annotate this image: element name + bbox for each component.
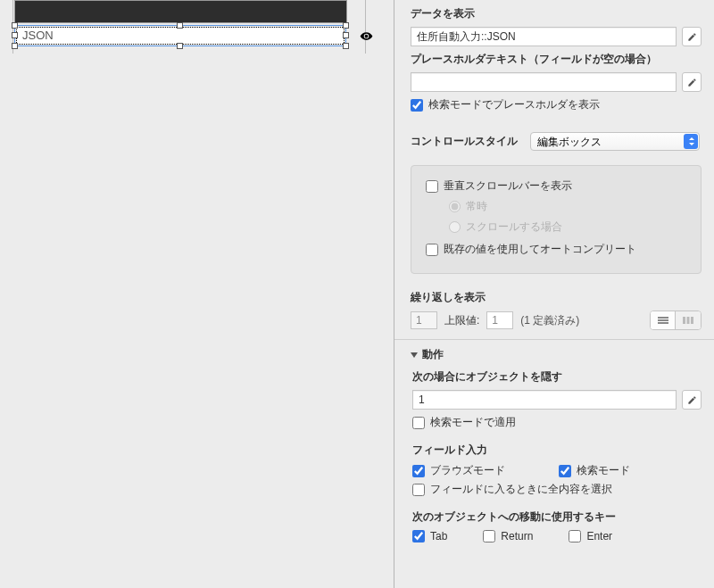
- repetition-defined-text: (1 定義済み): [520, 313, 579, 328]
- apply-find-mode-label: 検索モードで適用: [430, 415, 516, 430]
- scroll-autocomplete-panel: 垂直スクロールバーを表示 常時 スクロールする場合 既存の値を使用してオートコン…: [411, 165, 702, 274]
- scroll-when-scrolling-label: スクロールする場合: [466, 219, 562, 235]
- scroll-when-scrolling-radio: [449, 221, 461, 233]
- apply-find-mode-checkbox[interactable]: [412, 417, 425, 429]
- select-all-checkbox[interactable]: [412, 484, 425, 496]
- select-all-label: フィールドに入るときに全内容を選択: [430, 482, 612, 497]
- svg-rect-2: [658, 322, 668, 324]
- autocomplete-checkbox[interactable]: [426, 244, 438, 256]
- autocomplete-label: 既存の値を使用してオートコンプリート: [444, 242, 636, 257]
- svg-rect-0: [658, 317, 668, 319]
- svg-rect-3: [683, 317, 685, 324]
- next-object-key-label: 次のオブジェクトへの移動に使用するキー: [412, 509, 702, 525]
- hide-condition-input[interactable]: [412, 390, 677, 410]
- control-style-label: コントロールスタイル: [411, 134, 518, 149]
- show-placeholder-find-label: 検索モードでプレースホルダを表示: [428, 97, 600, 112]
- enter-key-checkbox[interactable]: [569, 530, 581, 542]
- repetition-label: 繰り返しを表示: [411, 290, 702, 305]
- orientation-vertical-icon[interactable]: [651, 311, 676, 329]
- control-style-select-wrap: 編集ボックス: [530, 132, 700, 151]
- edit-display-data-button[interactable]: [682, 27, 702, 46]
- vertical-scrollbar-label: 垂直スクロールバーを表示: [444, 178, 572, 194]
- disclosure-triangle-icon: [411, 352, 418, 358]
- field-label: JSON: [22, 29, 54, 42]
- edit-hide-condition-button[interactable]: [682, 390, 702, 410]
- display-data-input[interactable]: [411, 27, 677, 46]
- repetition-max-label: 上限値:: [444, 313, 479, 328]
- json-field[interactable]: JSON: [16, 27, 345, 45]
- browse-mode-label: ブラウズモード: [430, 463, 505, 478]
- svg-rect-1: [658, 319, 668, 321]
- behavior-section-header[interactable]: 動作: [411, 340, 702, 369]
- vertical-scrollbar-checkbox[interactable]: [426, 180, 438, 193]
- browse-mode-checkbox[interactable]: [412, 465, 425, 477]
- return-key-label: Return: [501, 530, 533, 542]
- placeholder-input[interactable]: [411, 72, 677, 92]
- show-placeholder-find-checkbox[interactable]: [411, 99, 423, 112]
- find-mode-label: 検索モード: [577, 463, 630, 478]
- repetition-start-input: [411, 311, 437, 329]
- hide-object-label: 次の場合にオブジェクトを隠す: [412, 369, 702, 385]
- field-entry-label: フィールド入力: [412, 443, 702, 458]
- layout-header-part: [14, 0, 347, 23]
- orientation-horizontal-icon[interactable]: [676, 311, 701, 329]
- svg-rect-4: [687, 317, 690, 324]
- enter-key-label: Enter: [586, 530, 612, 542]
- svg-rect-5: [691, 317, 693, 324]
- repetition-max-input[interactable]: [486, 311, 513, 329]
- control-style-select[interactable]: 編集ボックス: [530, 132, 700, 151]
- repetition-orientation-toggle[interactable]: [650, 311, 702, 330]
- edit-placeholder-button[interactable]: [682, 72, 702, 92]
- inspector-panel: データを表示 プレースホルダテキスト（フィールドが空の場合） 検索モードでプレー…: [394, 0, 714, 588]
- tab-key-checkbox[interactable]: [412, 530, 425, 542]
- return-key-checkbox[interactable]: [483, 530, 495, 542]
- placeholder-label: プレースホルダテキスト（フィールドが空の場合）: [411, 52, 702, 67]
- layout-canvas[interactable]: JSON: [0, 0, 394, 588]
- tab-key-label: Tab: [430, 530, 447, 542]
- scroll-always-label: 常時: [466, 199, 487, 214]
- find-mode-checkbox[interactable]: [559, 465, 571, 477]
- display-data-label: データを表示: [411, 6, 702, 21]
- scroll-always-radio: [449, 201, 461, 212]
- behavior-header-label: 動作: [422, 347, 444, 362]
